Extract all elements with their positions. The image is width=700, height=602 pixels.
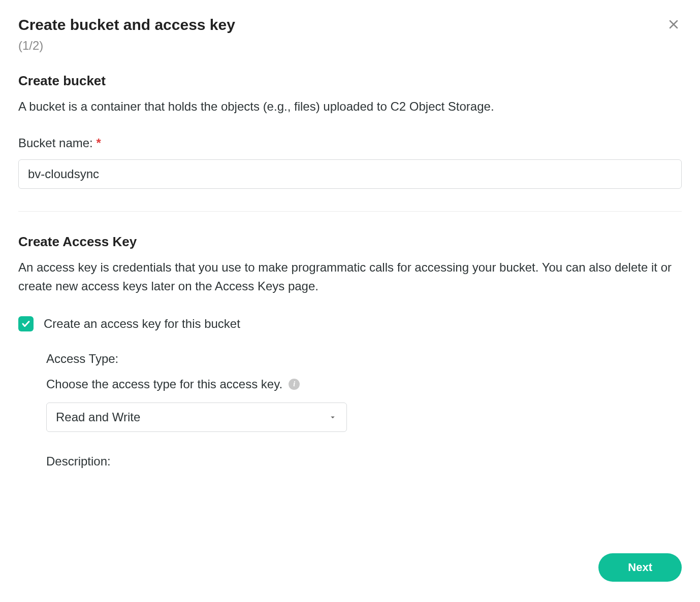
check-icon (21, 319, 30, 328)
section-divider (18, 211, 682, 212)
key-description-label: Description: (46, 454, 682, 469)
dialog-header: Create bucket and access key (1/2) (0, 0, 700, 57)
bucket-name-label-text: Bucket name: (18, 136, 93, 150)
bucket-name-input[interactable] (18, 159, 682, 189)
create-key-checkbox[interactable] (18, 316, 34, 331)
info-icon[interactable]: i (289, 379, 300, 390)
close-icon (667, 18, 680, 30)
dialog-header-text: Create bucket and access key (1/2) (18, 16, 235, 53)
next-button[interactable]: Next (598, 553, 682, 582)
create-bucket-description: A bucket is a container that holds the o… (18, 97, 682, 116)
create-bucket-dialog: Create bucket and access key (1/2) Creat… (0, 0, 700, 602)
create-key-section-title: Create Access Key (18, 234, 682, 250)
close-button[interactable] (665, 16, 682, 32)
access-type-label: Access Type: (46, 352, 682, 366)
dialog-footer: Next (0, 541, 700, 602)
access-type-hint-row: Choose the access type for this access k… (46, 377, 682, 391)
required-indicator: * (96, 136, 101, 150)
access-type-select[interactable]: Read and Write (46, 403, 347, 432)
bucket-name-label: Bucket name: * (18, 136, 682, 150)
create-key-description: An access key is credentials that you us… (18, 258, 682, 295)
dialog-body: Create bucket A bucket is a container th… (0, 57, 700, 541)
chevron-down-icon (328, 413, 337, 422)
access-key-config: Access Type: Choose the access type for … (46, 352, 682, 469)
create-key-checkbox-row: Create an access key for this bucket (18, 316, 682, 331)
access-type-select-value: Read and Write (56, 410, 140, 424)
dialog-step-indicator: (1/2) (18, 39, 235, 53)
dialog-title: Create bucket and access key (18, 16, 235, 34)
access-type-hint: Choose the access type for this access k… (46, 377, 282, 391)
create-key-checkbox-label: Create an access key for this bucket (44, 317, 240, 331)
create-bucket-section-title: Create bucket (18, 73, 682, 89)
